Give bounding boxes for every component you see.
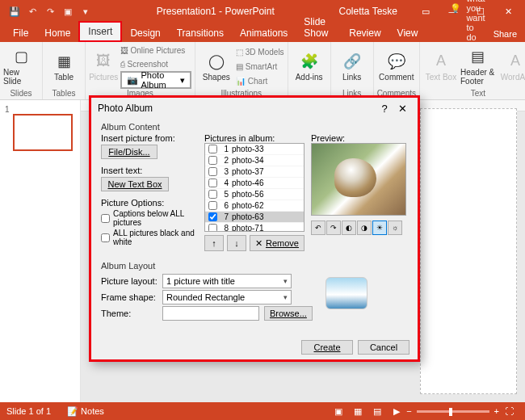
slide-thumbnail-1[interactable] (13, 114, 73, 151)
frame-shape-label: Frame shape: (101, 292, 158, 302)
picture-layout-label: Picture layout: (101, 276, 158, 286)
photo-album-button[interactable]: 📷 Photo Album ▾ (120, 71, 191, 89)
save-icon[interactable]: 💾 (8, 5, 21, 18)
tab-animations[interactable]: Animations (232, 24, 296, 42)
pictures-listbox[interactable]: 1photo-33 2photo-34 3photo-37 4photo-46 … (204, 143, 304, 232)
addins-button[interactable]: 🧩Add-ins (292, 44, 327, 89)
picture-layout-select[interactable]: 1 picture with title▾ (162, 274, 292, 288)
wordart-button[interactable]: AWordArt (498, 44, 525, 89)
browse-button[interactable]: Browse... (264, 306, 313, 321)
reading-view-icon[interactable]: ▤ (368, 406, 387, 417)
pictures-in-album-label: Pictures in album: (204, 133, 304, 143)
pictures-icon: 🖼 (94, 52, 113, 71)
chevron-down-icon: ▾ (180, 75, 185, 86)
list-item: 7photo-63 (205, 212, 304, 223)
shapes-icon: ◯ (207, 52, 226, 71)
online-pictures-button[interactable]: 🖼Online Pictures (120, 44, 191, 57)
insert-text-label: Insert text: (101, 166, 198, 175)
create-button[interactable]: Create (301, 340, 353, 355)
header-footer-button[interactable]: ▤Header & Footer (460, 44, 496, 89)
tab-design[interactable]: Design (122, 24, 168, 42)
album-content-label: Album Content (101, 122, 408, 132)
dialog-title: Photo Album (98, 103, 153, 114)
notes-button[interactable]: 📝 Notes (67, 406, 104, 417)
3d-models-button[interactable]: ⬚3D Models (236, 45, 284, 58)
new-text-box-button[interactable]: New Text Box (101, 177, 169, 191)
new-slide-button[interactable]: ▢New Slide (3, 44, 39, 89)
addins-icon: 🧩 (300, 52, 319, 71)
captions-checkbox[interactable]: Captions below ALL pictures (101, 209, 198, 227)
tab-file[interactable]: File (5, 24, 36, 42)
group-tables: ▦Table Tables (43, 42, 86, 99)
screenshot-button[interactable]: ⎙Screenshot (120, 57, 191, 70)
contrast-up-button[interactable]: ◐ (342, 220, 356, 235)
fit-to-window-icon[interactable]: ⛶ (499, 406, 519, 416)
slide-number: 1 (5, 105, 75, 114)
chart-button[interactable]: 📊Chart (236, 74, 284, 87)
text-box-button[interactable]: AText Box (423, 44, 459, 89)
online-pictures-icon: 🖼 (120, 46, 128, 55)
preview-label: Preview: (311, 133, 408, 143)
shapes-button[interactable]: ◯Shapes (199, 44, 234, 89)
close-icon[interactable]: ✕ (393, 103, 411, 115)
3d-models-icon: ⬚ (236, 48, 243, 57)
tab-slideshow[interactable]: Slide Show (296, 13, 341, 42)
layout-preview (326, 277, 368, 309)
tab-insert[interactable]: Insert (78, 21, 122, 42)
group-illustrations: ◯Shapes ⬚3D Models ▤SmartArt 📊Chart Illu… (195, 42, 288, 99)
brightness-up-button[interactable]: ☀ (372, 220, 387, 235)
links-button[interactable]: 🔗Links (334, 44, 370, 89)
preview-image (311, 143, 406, 216)
comment-button[interactable]: 💬Comment (379, 44, 414, 89)
help-icon[interactable]: ? (376, 103, 393, 115)
list-item: 1photo-33 (205, 144, 304, 155)
qat-dropdown-icon[interactable]: ▾ (79, 5, 92, 18)
bulb-icon: 💡 (450, 3, 461, 14)
redo-icon[interactable]: ↷ (44, 5, 57, 18)
smartart-icon: ▤ (236, 62, 243, 71)
slide-canvas[interactable] (420, 108, 517, 394)
theme-input[interactable] (162, 306, 259, 321)
close-window-icon[interactable]: ✕ (496, 3, 520, 19)
table-button[interactable]: ▦Table (46, 44, 82, 89)
file-disk-button[interactable]: File/Disk... (101, 145, 158, 159)
sorter-view-icon[interactable]: ▦ (348, 406, 368, 417)
tab-review[interactable]: Review (341, 24, 388, 42)
start-slideshow-icon[interactable]: ▣ (61, 5, 74, 18)
comment-icon: 💬 (387, 52, 406, 71)
tell-me-search[interactable]: 💡Tell me what you want to do (426, 0, 485, 42)
list-item: 5photo-56 (205, 189, 304, 200)
new-slide-icon: ▢ (11, 47, 31, 66)
smartart-button[interactable]: ▤SmartArt (236, 60, 284, 73)
tab-transitions[interactable]: Transitions (169, 24, 232, 42)
zoom-out-button[interactable]: − (406, 406, 411, 416)
text-box-icon: A (431, 52, 451, 71)
move-down-button[interactable]: ↓ (227, 235, 246, 251)
black-white-checkbox[interactable]: ALL pictures black and white (101, 229, 198, 246)
dialog-title-bar: Photo Album ? ✕ (91, 98, 418, 119)
pictures-button[interactable]: 🖼Pictures (89, 44, 119, 89)
status-bar: Slide 1 of 1 📝 Notes ▣ ▦ ▤ ▶ − + ⛶ (0, 402, 525, 420)
brightness-down-button[interactable]: ☼ (388, 220, 402, 235)
links-icon: 🔗 (342, 52, 362, 71)
slide-thumbnail-panel[interactable]: 1 (0, 100, 81, 402)
user-name[interactable]: Coletta Teske (339, 6, 398, 17)
tab-view[interactable]: View (389, 24, 426, 42)
move-up-button[interactable]: ↑ (204, 235, 224, 251)
zoom-slider[interactable] (417, 410, 489, 413)
contrast-down-button[interactable]: ◑ (357, 220, 372, 235)
list-item: 3photo-37 (205, 166, 304, 178)
cancel-button[interactable]: Cancel (358, 340, 410, 355)
normal-view-icon[interactable]: ▣ (329, 406, 348, 417)
remove-x-icon: ✕ (255, 238, 262, 249)
list-item: 4photo-46 (205, 178, 304, 189)
undo-icon[interactable]: ↶ (26, 5, 39, 18)
share-button[interactable]: Share (485, 26, 525, 42)
tab-home[interactable]: Home (36, 24, 78, 42)
slideshow-view-icon[interactable]: ▶ (387, 406, 406, 417)
group-slides: ▢New Slide Slides (0, 42, 43, 99)
frame-shape-select[interactable]: Rounded Rectangle▾ (162, 290, 292, 304)
rotate-right-button[interactable]: ↷ (326, 220, 341, 235)
remove-button[interactable]: ✕Remove (250, 235, 304, 251)
rotate-left-button[interactable]: ↶ (311, 220, 326, 235)
